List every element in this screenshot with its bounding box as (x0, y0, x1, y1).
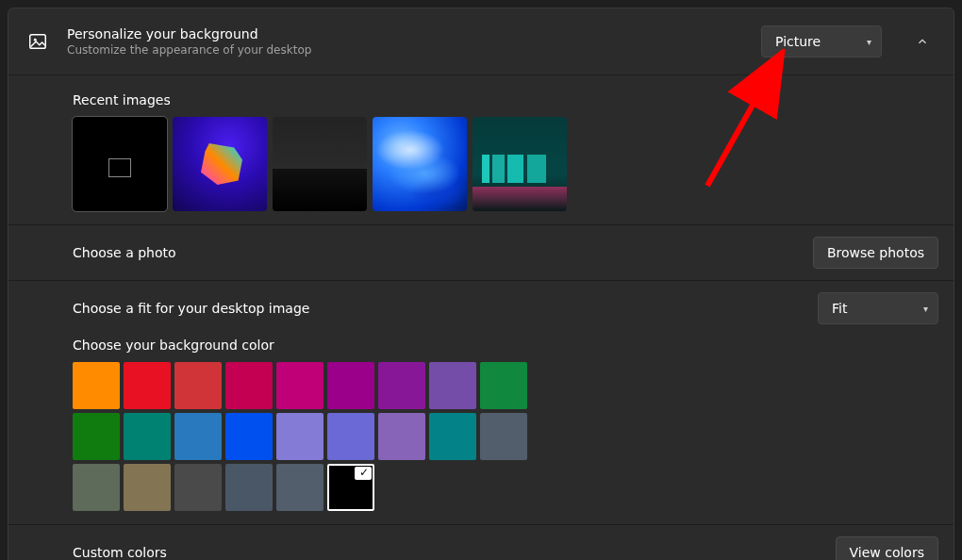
choose-fit-row: Choose a fit for your desktop image Fit … (8, 280, 954, 328)
header-titles: Personalize your background Customize th… (67, 26, 742, 57)
color-swatch[interactable] (378, 362, 425, 409)
color-swatch[interactable] (276, 464, 323, 511)
color-swatch[interactable] (174, 362, 222, 409)
color-swatch[interactable] (225, 362, 273, 409)
custom-colors-label: Custom colors (73, 545, 167, 560)
fit-dropdown[interactable]: Fit ▾ (818, 292, 938, 324)
swatch-row (73, 413, 938, 460)
header-title: Personalize your background (67, 26, 742, 41)
recent-images-section: Recent images (8, 75, 954, 224)
color-swatch[interactable] (124, 464, 171, 511)
recent-images-label: Recent images (73, 92, 938, 107)
fit-selected: Fit (832, 301, 847, 316)
personalize-background-card: Personalize your background Customize th… (8, 8, 954, 560)
color-swatch[interactable] (378, 413, 425, 460)
color-swatch[interactable] (480, 362, 527, 409)
recent-images-thumbs (73, 117, 938, 211)
background-color-label: Choose your background color (73, 338, 938, 353)
swatch-row (73, 362, 938, 409)
color-swatch[interactable] (124, 362, 171, 409)
color-swatch[interactable] (73, 413, 120, 460)
recent-image-4[interactable] (473, 117, 567, 211)
choose-photo-label: Choose a photo (73, 245, 176, 260)
color-swatch[interactable] (276, 362, 323, 409)
card-header: Personalize your background Customize th… (8, 8, 954, 75)
color-swatches (73, 362, 938, 511)
color-swatch[interactable] (327, 413, 374, 460)
color-swatch[interactable] (480, 413, 527, 460)
header-subtitle: Customize the appearance of your desktop (67, 43, 742, 57)
color-swatch[interactable] (73, 362, 120, 409)
choose-fit-label: Choose a fit for your desktop image (73, 301, 309, 316)
chevron-down-icon: ▾ (923, 304, 928, 314)
swatch-row (73, 464, 938, 511)
color-swatch[interactable] (276, 413, 323, 460)
background-color-section: Choose your background color (8, 328, 954, 524)
choose-photo-row: Choose a photo Browse photos (8, 224, 954, 280)
color-swatch[interactable] (327, 464, 374, 511)
color-swatch[interactable] (225, 464, 273, 511)
image-icon (27, 31, 48, 52)
color-swatch[interactable] (429, 362, 476, 409)
chevron-down-icon: ▾ (867, 37, 871, 47)
background-type-selected: Picture (775, 34, 821, 49)
color-swatch[interactable] (429, 413, 476, 460)
custom-colors-row: Custom colors View colors (8, 524, 954, 560)
recent-image-2[interactable] (273, 117, 367, 211)
color-swatch[interactable] (174, 413, 222, 460)
collapse-button[interactable] (906, 25, 938, 58)
color-swatch[interactable] (124, 413, 171, 460)
view-colors-button[interactable]: View colors (836, 536, 938, 560)
color-swatch[interactable] (225, 413, 273, 460)
recent-image-1[interactable] (173, 117, 267, 211)
color-swatch[interactable] (174, 464, 222, 511)
color-swatch[interactable] (327, 362, 374, 409)
recent-image-0[interactable] (73, 117, 167, 211)
browse-photos-button[interactable]: Browse photos (813, 237, 938, 269)
svg-rect-0 (30, 35, 46, 49)
color-swatch[interactable] (73, 464, 120, 511)
background-type-dropdown[interactable]: Picture ▾ (761, 25, 882, 58)
recent-image-3[interactable] (373, 117, 467, 211)
